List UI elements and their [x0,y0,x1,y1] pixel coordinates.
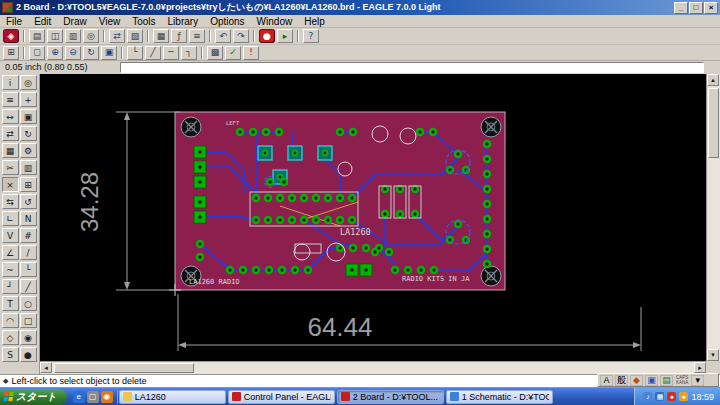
tool-paste-icon[interactable]: ▥ [20,160,37,175]
quick-launch-desktop-icon[interactable]: ▢ [87,391,99,403]
tool-cut-icon[interactable]: ✂ [2,160,19,175]
help-icon[interactable]: ? [303,29,319,43]
tool-polygon-icon[interactable]: ◇ [2,330,19,345]
zoom-fit-icon[interactable]: ◻ [29,46,45,60]
tool-show-icon[interactable]: ◎ [20,75,37,90]
tool-ripup-icon[interactable]: ┘ [2,279,19,294]
scroll-right-button[interactable]: ► [694,362,706,373]
tray-volume-icon[interactable]: ♪ [643,392,652,401]
zoom-in-icon[interactable]: ⊕ [47,46,63,60]
tool-route-icon[interactable]: └ [20,262,37,277]
menu-view[interactable]: View [93,15,127,28]
tool-signal-icon[interactable]: S [2,347,19,362]
start-button[interactable]: スタート [0,389,67,405]
tool-lock-icon[interactable]: ∟ [2,211,19,226]
scroll-down-button[interactable]: ▼ [707,349,719,361]
taskbar-item[interactable]: 1 Schematic - D:¥TOO... [446,390,553,404]
tool-wire-icon[interactable]: ╱ [20,279,37,294]
print-icon[interactable]: ▥ [65,29,81,43]
errors-icon[interactable]: ! [243,46,259,60]
wire-bend-1-icon[interactable]: ╱ [145,46,161,60]
ime-dict-icon[interactable]: ▤ [660,375,673,386]
tool-change-icon[interactable]: ⚙ [20,143,37,158]
tool-value-icon[interactable]: V [2,228,19,243]
go-icon[interactable]: ▸ [277,29,293,43]
tool-group-icon[interactable]: ▦ [2,143,19,158]
tool-add-icon[interactable]: ⊞ [20,177,37,192]
menu-help[interactable]: Help [298,15,331,28]
menu-file[interactable]: File [0,15,28,28]
tool-replace-icon[interactable]: ↺ [20,194,37,209]
tool-pinswap-icon[interactable]: ⇆ [2,194,19,209]
tool-display-icon[interactable]: ≡ [2,92,19,107]
redo-icon[interactable]: ↷ [233,29,249,43]
tool-arc-icon[interactable]: ◠ [2,313,19,328]
tool-circle-icon[interactable]: ○ [20,296,37,311]
scroll-left-button[interactable]: ◄ [40,362,52,373]
horizontal-scroll-thumb[interactable] [54,363,194,373]
tool-split-icon[interactable]: / [20,245,37,260]
wire-bend-3-icon[interactable]: ┐ [181,46,197,60]
sheet-icon[interactable]: ▧ [127,29,143,43]
wire-bend-0-icon[interactable]: └ [127,46,143,60]
tray-update-icon[interactable]: ● [679,392,688,401]
tool-rect-icon[interactable]: □ [20,313,37,328]
menu-options[interactable]: Options [204,15,250,28]
zoom-out-icon[interactable]: ⊖ [65,46,81,60]
minimize-button[interactable]: _ [674,2,688,14]
save-icon[interactable]: ◫ [47,29,63,43]
wire-bend-2-icon[interactable]: ─ [163,46,179,60]
tool-via-icon[interactable]: ◉ [20,330,37,345]
taskbar-item[interactable]: 2 Board - D:¥TOOL... [337,390,444,404]
tool-smash-icon[interactable]: # [20,228,37,243]
taskbar-item[interactable]: Control Panel - EAGLE... [228,390,335,404]
title-bar[interactable]: 2 Board - D:¥TOOL5¥EAGLE-7.0.0¥projects¥… [0,0,720,15]
command-line-input[interactable] [120,62,704,73]
ratsnest-icon[interactable]: ▩ [207,46,223,60]
tool-hole-icon[interactable]: ● [20,347,37,362]
tray-network-icon[interactable]: ▦ [655,392,664,401]
switch-to-schematic-icon[interactable]: ⇄ [109,29,125,43]
menu-edit[interactable]: Edit [28,15,57,28]
ime-minimize-button[interactable]: ▾ [691,375,704,386]
tool-name-icon[interactable]: N [20,211,37,226]
menu-window[interactable]: Window [251,15,299,28]
run-script-icon[interactable]: ƒ [171,29,187,43]
grid-icon[interactable]: ⊞ [3,46,19,60]
cam-processor-icon[interactable]: ◎ [83,29,99,43]
ime-tools-icon[interactable]: ◆ [630,375,643,386]
open-icon[interactable]: ▤ [29,29,45,43]
taskbar-item[interactable]: LA1260 [119,390,226,404]
ime-pad-icon[interactable]: ▣ [645,375,658,386]
tool-mirror-icon[interactable]: ⇄ [2,126,19,141]
tray-antivirus-icon[interactable]: ● [667,392,676,401]
tool-optimize-icon[interactable]: ~ [2,262,19,277]
undo-icon[interactable]: ↶ [215,29,231,43]
board-canvas[interactable]: LEFTLA1260LA1260 RADIORADIO KITS IN JA34… [40,74,706,361]
quick-launch-media-icon[interactable]: ◉ [101,391,113,403]
vertical-scrollbar[interactable]: ▲ ▼ [706,74,720,361]
library-icon[interactable]: ▦ [153,29,169,43]
tool-mark-icon[interactable]: + [20,92,37,107]
stop-icon[interactable]: ● [259,29,275,43]
tool-copy-icon[interactable]: ▣ [20,109,37,124]
ime-input-mode[interactable]: A [600,375,613,386]
tool-miter-icon[interactable]: ∠ [2,245,19,260]
tool-info-icon[interactable]: i [2,75,19,90]
eagle-logo-icon[interactable]: ◈ [3,29,19,43]
maximize-button[interactable]: □ [689,2,703,14]
tool-delete-icon[interactable]: × [2,177,19,192]
ime-conversion-mode[interactable]: 般 [615,375,628,386]
tool-rotate-icon[interactable]: ↻ [20,126,37,141]
drc-icon[interactable]: ✓ [225,46,241,60]
menu-library[interactable]: Library [162,15,205,28]
zoom-redraw-icon[interactable]: ↻ [83,46,99,60]
quick-launch-ie-icon[interactable]: e [73,391,85,403]
scroll-up-button[interactable]: ▲ [707,74,719,86]
zoom-select-icon[interactable]: ▣ [101,46,117,60]
menu-tools[interactable]: Tools [126,15,161,28]
close-button[interactable]: × [704,2,718,14]
tool-move-icon[interactable]: ↔ [2,109,19,124]
menu-draw[interactable]: Draw [57,15,92,28]
run-ulp-icon[interactable]: ≡ [189,29,205,43]
